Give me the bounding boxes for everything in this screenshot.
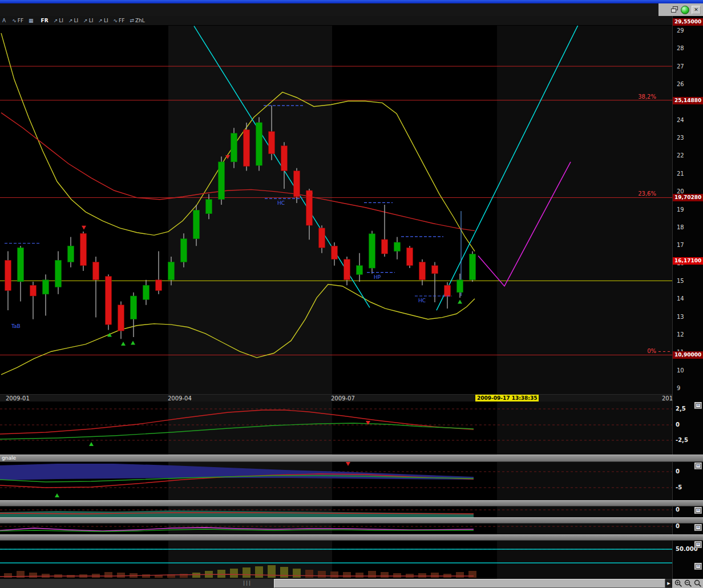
panel-options-button[interactable] (694, 563, 702, 570)
indicator-panel-oscillator-1 (0, 402, 672, 455)
candle-27 (332, 246, 338, 259)
price-tick: 26 (677, 81, 684, 87)
price-tick: 14 (677, 295, 684, 302)
tool-li-4-label: LI (104, 18, 108, 23)
candle-21 (256, 123, 262, 165)
panel-options-button[interactable] (694, 463, 702, 469)
svg-text:HC: HC (418, 298, 426, 303)
svg-text:TaB: TaB (11, 323, 21, 329)
tool-li-4[interactable]: ↗LI (98, 18, 108, 23)
price-tick: 18 (677, 224, 684, 230)
candle-13 (156, 280, 162, 291)
candle-17 (206, 200, 212, 214)
price-level-tag: 25,14880 (673, 97, 703, 104)
scroll-right-button[interactable]: ▶ (665, 580, 672, 587)
candle-34 (419, 262, 426, 279)
tool-li-2[interactable]: ↗LI (68, 18, 78, 23)
svg-text:HP: HP (374, 274, 381, 280)
price-tick: 10 (677, 367, 684, 374)
tool-ff-1-label: FF (18, 18, 23, 23)
date-label: 2009-07 (331, 395, 355, 402)
panel-options-button[interactable] (694, 402, 702, 409)
panel-separator[interactable] (0, 534, 703, 541)
candle-19 (231, 133, 237, 162)
indicator-panel-level-50 (0, 541, 672, 562)
main-chart[interactable]: 38,2%23,6%0%HCHPHCTaB (0, 26, 672, 394)
tool-zhl[interactable]: ⇄ZhL (130, 18, 144, 23)
price-tick: 13 (677, 314, 684, 320)
panel-separator[interactable] (0, 500, 703, 506)
scrollbar-thumb[interactable] (274, 579, 665, 588)
candle-12 (143, 285, 150, 299)
status-ball-icon[interactable] (681, 6, 689, 14)
candle-7 (80, 233, 87, 265)
price-level-tag: 10,90000 (673, 351, 703, 359)
close-button[interactable]: ✕ (692, 6, 701, 14)
tool-ff-1[interactable]: ∿FF (12, 18, 23, 23)
tool-li-3[interactable]: ↗LI (83, 18, 93, 23)
panel-separator-signale[interactable]: gnale (0, 455, 703, 462)
date-axis: 2009-012009-042009-072012009-09-17 13:38… (0, 394, 672, 402)
candle-14 (168, 262, 175, 279)
restore-window-icon[interactable] (671, 6, 678, 13)
candle-36 (445, 285, 451, 297)
indicator-panel-oscillator-3 (0, 524, 672, 534)
price-tick: 24 (677, 117, 684, 123)
candle-3 (30, 285, 37, 296)
date-label: 2009-01 (6, 395, 30, 402)
candle-5 (55, 260, 62, 287)
zoom-in-icon[interactable] (674, 579, 682, 587)
candle-26 (319, 228, 325, 248)
price-tick: 28 (677, 45, 684, 51)
tool-ff-2-icon: ∿ (114, 18, 118, 23)
tool-a[interactable]: A (2, 18, 7, 23)
panel-axis-label: 0 (676, 523, 680, 529)
candle-6 (68, 246, 74, 262)
candle-4 (43, 280, 49, 294)
tool-fr[interactable]: FR (40, 18, 49, 23)
svg-text:23,6%: 23,6% (638, 190, 656, 197)
splitter-grip[interactable]: ||| (243, 580, 252, 586)
panel-options-button[interactable] (694, 541, 702, 548)
panel-axis-label: 0 (676, 468, 680, 475)
indicator-panel-signale (0, 462, 672, 500)
zoom-reset-icon[interactable] (694, 579, 702, 587)
window-control-row: ✕ (0, 3, 703, 16)
price-tick: 27 (677, 63, 684, 70)
candle-38 (470, 254, 476, 279)
tool-li-3-label: LI (89, 18, 94, 23)
price-tick: 17 (677, 242, 684, 248)
trading-app-window: ✕ A∿FF▦FR↗LI↗LI↗LI↗LI∿FF⇄ZhL 38,2%23,6%0… (0, 0, 703, 588)
panel-separator[interactable] (0, 517, 703, 524)
tool-li-1-icon: ↗ (54, 18, 58, 23)
panel-options-button[interactable] (694, 524, 702, 531)
tool-zhl-label: ZhL (135, 18, 145, 23)
candle-22 (269, 132, 275, 154)
candle-20 (244, 129, 250, 166)
price-tick: 22 (677, 152, 684, 159)
tool-fr-label: FR (41, 18, 49, 23)
svg-text:38,2%: 38,2% (638, 94, 656, 100)
tool-grid-icon: ▦ (29, 18, 34, 23)
price-tick: 15 (677, 278, 684, 284)
indicator-panel-volume (0, 562, 672, 579)
zoom-out-icon[interactable] (684, 579, 692, 587)
panel-axis-label: -5 (676, 484, 682, 490)
price-tick: 12 (677, 331, 684, 338)
candle-23 (281, 146, 288, 171)
price-tick: 19 (677, 206, 684, 213)
window-controls: ✕ (658, 3, 703, 16)
panel-options-button[interactable] (694, 507, 702, 514)
svg-text:0%: 0% (647, 348, 656, 354)
price-level-tag: 19,70280 (673, 194, 703, 201)
tool-grid[interactable]: ▦ (29, 18, 35, 23)
tool-li-2-icon: ↗ (68, 18, 73, 23)
candle-29 (357, 266, 363, 275)
candle-18 (219, 162, 225, 200)
indicator-panel-oscillator-2 (0, 506, 672, 517)
candle-16 (193, 210, 200, 239)
candle-2 (18, 248, 24, 282)
candle-15 (181, 239, 187, 262)
tool-ff-2[interactable]: ∿FF (114, 18, 125, 23)
tool-li-1[interactable]: ↗LI (54, 18, 63, 23)
